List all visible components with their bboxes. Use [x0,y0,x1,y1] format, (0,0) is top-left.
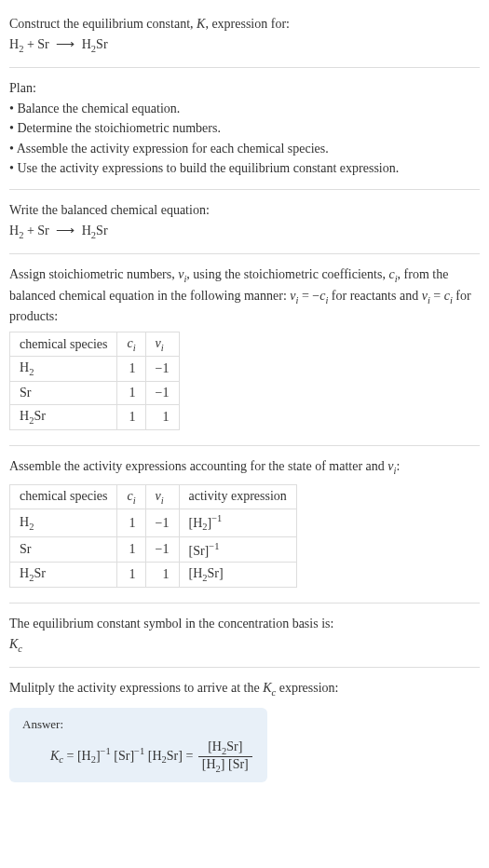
step2-text: Assign stoichiometric numbers, νi, using… [9,265,480,326]
kc-sub: c [18,644,22,654]
eq-sr: Sr [96,224,107,237]
al: [H [189,516,203,530]
k-symbol: K [197,17,205,31]
p4: [H [144,748,161,762]
k: K [50,748,59,762]
cell-nu: 1 [145,563,179,588]
sp: H [20,515,29,529]
cell-species: H2 [10,509,117,536]
cell-c: 1 [117,536,145,563]
cell-activity: [Sr]−1 [179,536,296,563]
sp: H [20,360,29,374]
th-nu: νi [145,484,179,509]
cell-nu: −1 [145,382,179,405]
plan-b3: • Assemble the activity expression for e… [9,140,480,158]
sub-i: i [161,495,164,505]
cell-nu: 1 [145,405,179,430]
eq-h2: H [78,224,91,237]
divider [9,67,480,68]
divider [9,445,480,446]
fn-a: [H [208,739,222,753]
step4-section: The equilibrium constant symbol in the c… [9,607,480,663]
step2-a: Assign stoichiometric numbers, [9,267,178,281]
cell-activity: [H2Sr] [179,563,296,588]
step1-title: Write the balanced chemical equation: [9,201,480,220]
sp: H [20,566,29,580]
k: K [263,681,271,695]
divider [9,603,480,604]
th-species: chemical species [10,484,117,509]
th-c: ci [117,484,145,509]
answer-label: Answer: [22,717,254,732]
cell-species: Sr [10,536,117,563]
answer-formula: Kc = [H2]−1 [Sr]−1 [H2Sr] = [H2Sr][H2] [… [22,739,254,774]
divider [9,667,480,668]
cell-c: 1 [117,405,145,430]
asup: −1 [209,541,219,551]
table-row: Sr 1 −1 [10,382,180,405]
eq-plus: + Sr [23,224,52,237]
arrow-icon: ⟶ [56,35,75,54]
divider [9,189,480,190]
answer-box: Answer: Kc = [H2]−1 [Sr]−1 [H2Sr] = [H2S… [9,708,267,783]
plan-section: Plan: • Balance the chemical equation. •… [9,72,480,185]
cell-species: H2Sr [10,405,117,430]
eq-h2: H [78,37,91,51]
sub-i: i [133,495,136,505]
eq-h: H [9,224,19,237]
sub-i: i [133,342,136,352]
table2: chemical species ci νi activity expressi… [9,484,297,589]
step3-text: Assemble the activity expressions accoun… [9,457,480,478]
step5-a: Mulitply the activity expressions to arr… [9,681,263,695]
eq: = [H [63,748,91,762]
table-row: H2 1 −1 [H2]−1 [10,509,297,536]
arrow-icon: ⟶ [56,222,75,240]
step1-equation: H2 + Sr ⟶ H2Sr [9,222,480,242]
step2-section: Assign stoichiometric numbers, νi, using… [9,258,480,441]
cell-species: H2 [10,357,117,382]
intro-line1-end: , expression for: [205,17,290,31]
sup-neg1: −1 [101,746,111,756]
p5: Sr] = [167,748,197,762]
step5-text: Mulitply the activity expressions to arr… [9,679,480,699]
eq-plus: + Sr [23,37,52,51]
intro-section: Construct the equilibrium constant, K, e… [9,7,480,63]
table-row: H2Sr 1 1 [H2Sr] [10,563,297,588]
th-species: chemical species [10,332,117,357]
cell-nu: −1 [145,536,179,563]
step5-b: expression: [276,681,338,695]
plan-title: Plan: [9,79,480,98]
intro-text: Construct the equilibrium constant, K, e… [9,15,480,34]
ar: Sr] [208,566,224,580]
al: [H [189,566,203,580]
sub: 2 [29,367,34,377]
sup-neg1: −1 [134,746,144,756]
step3-section: Assemble the activity expressions accoun… [9,450,480,599]
step5-section: Mulitply the activity expressions to arr… [9,671,480,788]
plan-b2: • Determine the stoichiometric numbers. [9,119,480,138]
asup: −1 [211,513,222,523]
cell-species: Sr [10,382,117,405]
cell-c: 1 [117,357,145,382]
table1: chemical species ci νi H2 1 −1 Sr 1 −1 H… [9,332,180,430]
table-row: Sr 1 −1 [Sr]−1 [10,536,297,563]
frac-num: [H2Sr] [198,739,252,757]
plan-b4: • Use the activity expressions to build … [9,159,480,178]
cell-c: 1 [117,563,145,588]
table-header: chemical species ci νi [10,332,180,357]
sub-i: i [161,342,164,352]
eq1: = − [298,289,319,303]
step3-b: : [396,459,400,473]
eq-sr: Sr [96,37,107,51]
th-nu: νi [145,332,179,357]
cell-activity: [H2]−1 [179,509,296,536]
p3: [Sr] [111,748,134,762]
sp: H [20,409,29,423]
fraction: [H2Sr][H2] [Sr] [198,739,252,774]
al: [Sr] [189,543,210,557]
suffix: Sr [34,566,45,580]
step4-kc: Kc [9,635,480,656]
cell-species: H2Sr [10,563,117,588]
step3-a: Assemble the activity expressions accoun… [9,459,387,473]
suffix: Sr [34,409,45,423]
